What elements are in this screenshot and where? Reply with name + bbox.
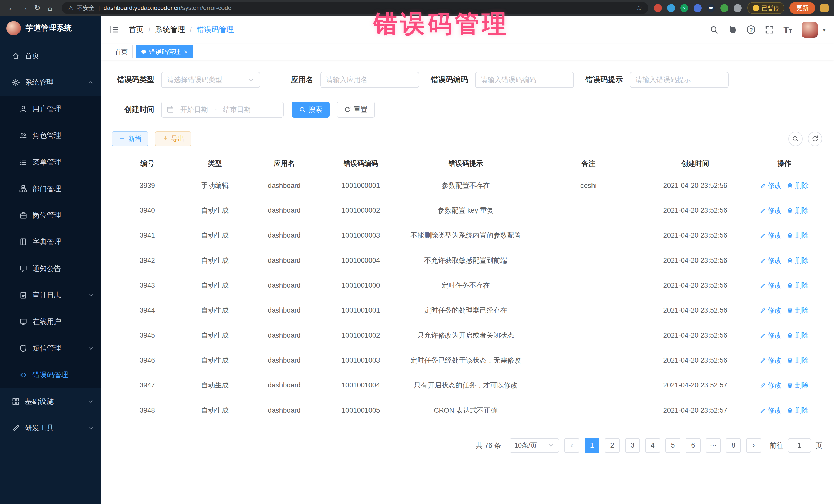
export-button[interactable]: 导出	[155, 131, 192, 146]
edit-link[interactable]: 修改	[760, 231, 782, 240]
search-button[interactable]: 搜索	[291, 102, 330, 117]
sidebar-item-user[interactable]: 用户管理	[0, 96, 101, 123]
column-header[interactable]: 错误码提示	[400, 154, 531, 173]
column-header[interactable]: 类型	[183, 154, 247, 173]
sidebar-item-online-user[interactable]: 在线用户	[0, 308, 101, 335]
sidebar-item-error-code[interactable]: 错误码管理	[0, 361, 101, 388]
sidebar-item-infra[interactable]: 基础设施	[0, 388, 101, 415]
delete-link[interactable]: 删除	[787, 306, 809, 315]
extension-green-v-icon[interactable]: V	[680, 4, 688, 12]
delete-link[interactable]: 删除	[787, 231, 809, 240]
error-code-input[interactable]: 请输入错误码编码	[475, 72, 574, 88]
extension-green-leaf-icon[interactable]	[720, 4, 728, 12]
sidebar-item-devtools[interactable]: 研发工具	[0, 415, 101, 442]
reload-icon[interactable]: ↻	[31, 0, 44, 16]
url-bar[interactable]: ⚠ 不安全 | dashboard.yudao.iocoder.cn/syste…	[62, 2, 649, 14]
edit-link[interactable]: 修改	[760, 331, 782, 340]
more-pages-button[interactable]: ···	[706, 438, 721, 453]
refresh-table-button[interactable]	[808, 132, 822, 146]
sidebar-item-audit-log[interactable]: 审计日志	[0, 282, 101, 308]
error-message-input[interactable]: 请输入错误码提示	[630, 72, 729, 88]
paused-chip[interactable]: 已暂停	[747, 2, 785, 14]
column-header[interactable]: 错误码编码	[322, 154, 400, 173]
filter-app-name: 应用名 请输入应用名	[291, 72, 419, 88]
next-page-button[interactable]: ›	[746, 438, 761, 453]
font-size-icon[interactable]: TT	[784, 25, 792, 34]
error-type-select[interactable]: 请选择错误码类型	[161, 72, 260, 88]
sidebar-item-sms[interactable]: 短信管理	[0, 335, 101, 362]
bookmark-star-icon[interactable]: ☆	[636, 4, 642, 12]
sidebar-item-system[interactable]: 系统管理	[0, 69, 101, 96]
toggle-search-button[interactable]	[788, 132, 803, 146]
edit-link[interactable]: 修改	[760, 206, 782, 215]
back-icon[interactable]: ←	[5, 0, 18, 16]
column-header[interactable]: 创建时间	[645, 154, 745, 173]
user-avatar[interactable]	[802, 22, 817, 38]
page-button-3[interactable]: 3	[625, 438, 640, 453]
caret-down-icon[interactable]: ▾	[823, 27, 825, 33]
page-button-5[interactable]: 5	[665, 438, 680, 453]
date-range-picker[interactable]: 开始日期 - 结束日期	[161, 102, 284, 117]
breadcrumb-system[interactable]: 系统管理	[155, 25, 185, 35]
delete-link[interactable]: 删除	[787, 181, 809, 190]
delete-link[interactable]: 删除	[787, 331, 809, 340]
edit-link[interactable]: 修改	[760, 381, 782, 390]
security-label[interactable]: 不安全	[77, 4, 94, 12]
edit-link[interactable]: 修改	[760, 356, 782, 365]
browser-home-icon[interactable]: ⌂	[44, 0, 57, 16]
column-header[interactable]: 操作	[745, 154, 823, 173]
page-size-select[interactable]: 10条/页	[510, 438, 559, 453]
cell-type: 自动生成	[183, 323, 247, 348]
search-icon	[792, 135, 799, 142]
sidebar-item-home[interactable]: 首页	[0, 43, 101, 69]
tab-error-code[interactable]: 错误码管理 ×	[136, 45, 193, 58]
column-header[interactable]: 编号	[112, 154, 183, 173]
browser-profile-avatar[interactable]	[820, 4, 829, 12]
extension-on-switch-icon[interactable]: on	[707, 4, 715, 12]
edit-link[interactable]: 修改	[760, 181, 782, 190]
close-tab-icon[interactable]: ×	[184, 48, 188, 55]
page-button-2[interactable]: 2	[605, 438, 620, 453]
delete-link[interactable]: 删除	[787, 256, 809, 265]
extension-puzzle-icon[interactable]	[734, 4, 742, 12]
sidebar-item-menu[interactable]: 菜单管理	[0, 149, 101, 176]
edit-link[interactable]: 修改	[760, 256, 782, 265]
delete-link[interactable]: 删除	[787, 356, 809, 365]
page-button-1[interactable]: 1	[585, 438, 599, 453]
page-button-6[interactable]: 6	[686, 438, 701, 453]
edit-link[interactable]: 修改	[760, 281, 782, 290]
tab-home[interactable]: 首页	[110, 45, 133, 58]
help-icon[interactable]: ?	[747, 25, 755, 34]
column-header[interactable]: 备注	[531, 154, 645, 173]
sidebar-item-post[interactable]: 岗位管理	[0, 202, 101, 229]
update-button[interactable]: 更新	[789, 2, 815, 14]
page-button-4[interactable]: 4	[645, 438, 660, 453]
page-button-8[interactable]: 8	[726, 438, 741, 453]
sidebar-item-dept[interactable]: 部门管理	[0, 176, 101, 202]
sidebar-item-notice[interactable]: 通知公告	[0, 255, 101, 282]
app-name-input[interactable]: 请输入应用名	[320, 72, 419, 88]
extension-red-icon[interactable]	[654, 4, 662, 12]
reset-button[interactable]: 重置	[337, 102, 375, 117]
delete-link[interactable]: 删除	[787, 406, 809, 415]
delete-link[interactable]: 删除	[787, 206, 809, 215]
edit-link[interactable]: 修改	[760, 406, 782, 415]
forward-icon[interactable]: →	[18, 0, 31, 16]
search-icon[interactable]	[709, 25, 719, 34]
add-button[interactable]: 新增	[112, 131, 148, 146]
extension-blue-drop-icon[interactable]	[667, 4, 675, 12]
logo[interactable]: 芋道管理系统	[0, 16, 101, 40]
sidebar-toggle-icon[interactable]	[110, 25, 119, 35]
github-icon[interactable]	[728, 25, 737, 34]
sidebar-item-role[interactable]: 角色管理	[0, 123, 101, 149]
prev-page-button[interactable]: ‹	[564, 438, 579, 453]
column-header[interactable]: 应用名	[247, 154, 322, 173]
sidebar-item-dict[interactable]: 字典管理	[0, 229, 101, 255]
delete-link[interactable]: 删除	[787, 281, 809, 290]
goto-page-input[interactable]: 1	[788, 438, 811, 453]
edit-link[interactable]: 修改	[760, 306, 782, 315]
delete-link[interactable]: 删除	[787, 381, 809, 390]
fullscreen-icon[interactable]	[765, 25, 774, 34]
breadcrumb-home[interactable]: 首页	[129, 25, 144, 35]
extension-blue-grid-icon[interactable]	[694, 4, 702, 12]
